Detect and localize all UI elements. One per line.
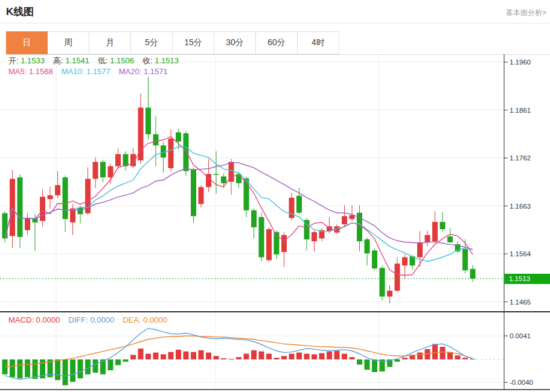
legend-item-0: MA5: 1.1568 xyxy=(8,67,53,76)
macd-legend: MACD: 0.0000DIFF: 0.0000DEA: 0.0000 xyxy=(8,315,167,324)
legend-item-1: 高: 1.1541 xyxy=(53,55,89,66)
ma-legend: MA5: 1.1568MA10: 1.1577MA20: 1.1571 xyxy=(8,67,168,76)
svg-text:-0.0040: -0.0040 xyxy=(510,379,533,386)
svg-text:1.1861: 1.1861 xyxy=(510,107,531,114)
legend-item-2: DEA: 0.0000 xyxy=(123,315,167,324)
legend-item-1: DIFF: 0.0000 xyxy=(68,315,114,324)
svg-text:1.1564: 1.1564 xyxy=(510,250,531,258)
legend-item-2: 低: 1.1506 xyxy=(98,55,134,66)
legend-item-2: MA20: 1.1571 xyxy=(119,67,168,76)
svg-text:1.1465: 1.1465 xyxy=(510,299,531,306)
ohlc-legend: 开: 1.1533高: 1.1541低: 1.1506收: 1.1513 xyxy=(8,55,179,66)
svg-text:0.0041: 0.0041 xyxy=(510,332,531,340)
svg-text:1.1762: 1.1762 xyxy=(510,154,531,162)
kline-widget: { "header": { "title": "K线图", "link": "基… xyxy=(0,0,550,392)
legend-item-1: MA10: 1.1577 xyxy=(62,67,110,76)
svg-text:1.1513: 1.1513 xyxy=(509,275,530,282)
legend-item-0: 开: 1.1533 xyxy=(8,55,45,66)
svg-text:1.1663: 1.1663 xyxy=(510,203,531,210)
svg-text:1.1960: 1.1960 xyxy=(510,58,531,66)
legend-item-3: 收: 1.1513 xyxy=(142,55,179,66)
legend-item-0: MACD: 0.0000 xyxy=(8,315,60,324)
